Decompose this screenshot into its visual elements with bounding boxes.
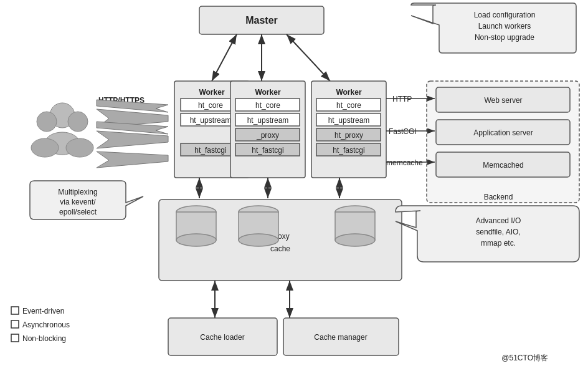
web-server-label: Web server	[484, 96, 522, 105]
checkbox-event-driven	[11, 307, 19, 314]
user-icon-left	[37, 112, 57, 132]
worker1-label: Worker	[199, 88, 224, 97]
multiplex-text1: Multiplexing	[58, 188, 97, 196]
cache-manager-label: Cache manager	[314, 333, 367, 342]
worker3-label: Worker	[336, 88, 361, 97]
backend-label: Backend	[484, 193, 513, 201]
master-label: Master	[245, 15, 278, 26]
worker3-ht-core-label: ht_core	[336, 101, 361, 110]
worker2-ht-fastcgi-label: ht_fastcgi	[252, 146, 283, 155]
worker2-proxy-label: _proxy	[256, 131, 279, 140]
worker3-ht-proxy-label: ht_proxy	[334, 131, 363, 140]
adv-io-text2: sendfile, AIO,	[476, 228, 520, 236]
db-cylinder3-bottom	[335, 234, 375, 246]
checkbox-nonblocking	[11, 334, 19, 342]
fastcgi-label: FastCGI	[389, 127, 417, 136]
memcached-label: Memcached	[483, 161, 523, 170]
http-label: HTTP	[392, 95, 412, 104]
master-worker3-arrow	[287, 34, 330, 81]
bubble-text-1: Load configuration	[474, 11, 536, 19]
checkbox-asynchronous	[11, 320, 19, 328]
footer-event-driven: Event-driven	[22, 307, 64, 315]
user-body-left	[31, 138, 59, 157]
db-cylinder2-bottom	[239, 234, 278, 246]
bubble-text-2: Launch workers	[478, 22, 531, 31]
footer-asynchronous: Asynchronous	[22, 320, 70, 329]
proxy-cache-label-2: cache	[270, 244, 290, 253]
multiplex-text2: via kevent/	[60, 198, 96, 206]
user-icon-right	[68, 112, 88, 132]
memcache-label: memcache	[386, 158, 423, 167]
worker1-ht-fastcgi-label: ht_fastcgi	[194, 146, 226, 155]
user-body-right	[66, 138, 93, 157]
watermark: @51CTO博客	[501, 354, 548, 362]
worker1-ht-upstream-label: ht_upstream	[190, 116, 232, 125]
adv-io-text1: Advanced I/O	[476, 216, 521, 225]
worker2-label: Worker	[255, 88, 280, 97]
app-server-label: Application server	[473, 128, 533, 137]
worker1-ht-core-label: ht_core	[198, 101, 223, 110]
worker3-ht-fastcgi-label: ht_fastcgi	[333, 146, 364, 155]
footer-nonblocking: Non-blocking	[22, 334, 66, 343]
multiplex-text3: epoll/select	[59, 208, 97, 216]
arrow-right-mid	[97, 131, 168, 148]
worker2-ht-core-label: ht_core	[255, 101, 280, 110]
arrow-right-bot	[97, 152, 168, 168]
worker2-ht-upstream-label: ht_upstream	[247, 116, 289, 125]
master-worker1-arrow	[212, 34, 237, 81]
adv-io-text3: mmap etc.	[481, 239, 516, 248]
cache-loader-label: Cache loader	[200, 333, 244, 342]
db-cylinder1-bottom	[176, 234, 216, 246]
worker3-ht-upstream-label: ht_upstream	[328, 116, 370, 125]
bubble-text-3: Non-stop upgrade	[475, 33, 534, 42]
